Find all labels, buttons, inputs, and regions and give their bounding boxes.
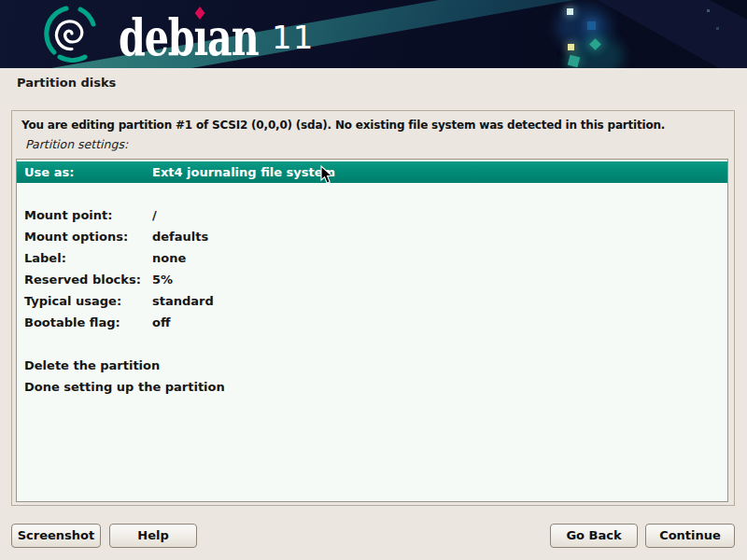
banner-square-decor <box>707 9 710 12</box>
partition-settings-list: Use as:Ext4 journaling file system Mount… <box>16 159 728 502</box>
row-value: standard <box>152 294 214 308</box>
list-item-label[interactable]: Label:none <box>17 247 727 269</box>
edit-message: You are editing partition #1 of SCSI2 (0… <box>21 119 665 132</box>
row-label: Typical usage: <box>24 290 152 312</box>
row-value: defaults <box>152 230 208 244</box>
installer-banner: debıan 11 <box>0 0 747 68</box>
row-label: Mount point: <box>24 204 152 226</box>
banner-square-decor <box>587 21 596 30</box>
list-item-delete-partition[interactable]: Delete the partition <box>17 355 727 376</box>
continue-button[interactable]: Continue <box>645 524 735 548</box>
row-value: 5% <box>152 273 173 287</box>
row-value: / <box>152 208 157 222</box>
mouse-cursor-icon <box>320 165 333 185</box>
row-value: Ext4 journaling file system <box>152 165 335 179</box>
list-spacer <box>17 333 727 355</box>
row-label: Bootable flag: <box>24 312 152 333</box>
settings-label: Partition settings: <box>25 137 128 151</box>
row-label: Use as: <box>24 161 152 183</box>
content-panel: You are editing partition #1 of SCSI2 (0… <box>11 110 735 506</box>
list-item-typical-usage[interactable]: Typical usage:standard <box>17 290 727 312</box>
debian-version: 11 <box>272 21 314 53</box>
list-spacer <box>17 183 727 204</box>
banner-square-decor <box>567 8 573 15</box>
debian-swirl-icon <box>41 4 101 63</box>
banner-square-decor <box>716 27 719 30</box>
brand-text-pre: deb <box>119 7 194 67</box>
row-label: Label: <box>24 247 152 269</box>
debian-wordmark: debıan <box>119 11 259 63</box>
row-label: Mount options: <box>24 226 152 247</box>
page-title: Partition disks <box>17 76 116 90</box>
banner-square-decor <box>568 44 574 50</box>
help-button[interactable]: Help <box>109 524 197 548</box>
list-item-done-partition[interactable]: Done setting up the partition <box>17 376 727 398</box>
list-item-bootable-flag[interactable]: Bootable flag:off <box>17 312 727 333</box>
brand-text-post: an <box>207 7 258 67</box>
list-item-reserved-blocks[interactable]: Reserved blocks:5% <box>17 269 727 290</box>
row-value: off <box>152 315 170 329</box>
row-label: Reserved blocks: <box>24 269 152 290</box>
brand-letter-i: ı <box>194 11 208 63</box>
list-item-mount-point[interactable]: Mount point:/ <box>17 204 727 226</box>
screenshot-button[interactable]: Screenshot <box>11 524 101 548</box>
list-item-use-as[interactable]: Use as:Ext4 journaling file system <box>17 161 727 183</box>
list-item-mount-options[interactable]: Mount options:defaults <box>17 226 727 247</box>
go-back-button[interactable]: Go Back <box>550 524 638 548</box>
row-value: none <box>152 251 186 265</box>
